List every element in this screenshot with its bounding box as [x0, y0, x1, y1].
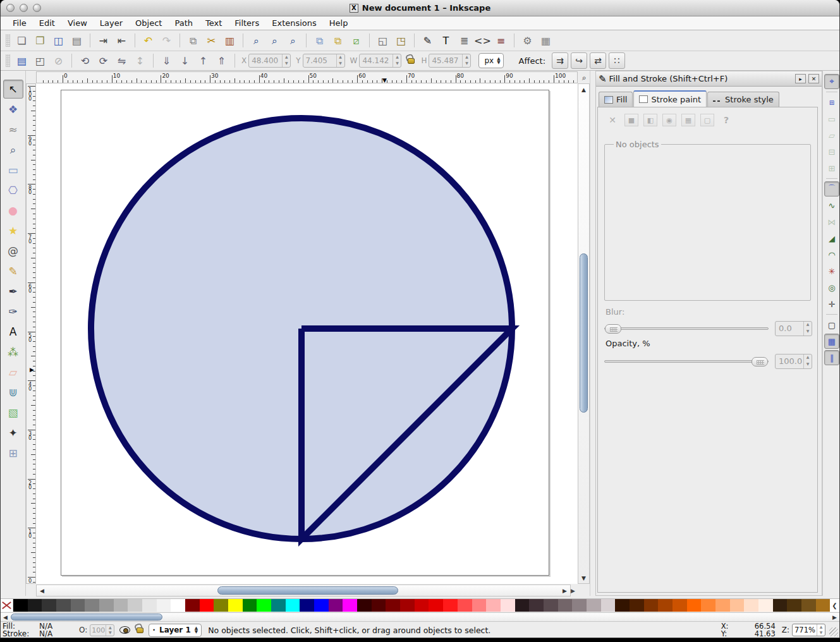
palette-swatch[interactable]: [701, 599, 715, 612]
snap-enable-button[interactable]: ⌖: [824, 74, 839, 89]
palette-swatch[interactable]: [142, 599, 157, 612]
window-resize-grip[interactable]: [829, 627, 838, 636]
palette-swatch[interactable]: [185, 599, 200, 612]
palette-swatch[interactable]: [601, 599, 616, 612]
zoom-selection-button[interactable]: ⌕: [248, 32, 265, 49]
w-field[interactable]: 44.142▲▼: [359, 54, 401, 68]
redo-button[interactable]: ↷: [158, 32, 175, 49]
flip-vertical-button[interactable]: ↕: [131, 52, 149, 69]
palette-swatch[interactable]: [758, 599, 773, 612]
snap-guides-button[interactable]: ∥: [824, 350, 839, 365]
new-document-button[interactable]: ❏: [13, 32, 30, 49]
affect-move-gradients-button[interactable]: ⇄: [590, 52, 606, 69]
palette-swatch[interactable]: [214, 599, 228, 612]
horizontal-ruler[interactable]: ▼ 0102030405060708090100: [36, 71, 578, 83]
palette-swatch[interactable]: [715, 599, 730, 612]
tool-zoom[interactable]: ⌕: [3, 140, 23, 159]
blur-slider-handle[interactable]: [605, 324, 621, 334]
palette-swatch[interactable]: [71, 599, 85, 612]
palette-swatch[interactable]: [314, 599, 329, 612]
snap-bbox-midpoints-button[interactable]: ⊟: [824, 144, 839, 159]
palette-swatch[interactable]: [658, 599, 673, 612]
palette-swatch[interactable]: [615, 599, 630, 612]
palette-swatch[interactable]: [257, 599, 271, 612]
object-opacity-spinbox[interactable]: 100▲▼: [90, 624, 114, 636]
menu-item[interactable]: File: [7, 17, 32, 29]
palette-swatch[interactable]: [687, 599, 702, 612]
palette-scrollbar[interactable]: ◀ ▶: [1, 612, 839, 622]
scroll-up-arrow[interactable]: ▲: [579, 85, 588, 94]
palette-swatch[interactable]: [644, 599, 659, 612]
menu-item[interactable]: Path: [169, 17, 198, 29]
save-document-button[interactable]: ◫: [50, 32, 67, 49]
palette-swatch[interactable]: [673, 599, 687, 612]
snap-grid-button[interactable]: ▦: [824, 334, 839, 349]
snap-nodes-button[interactable]: ⌒: [824, 181, 839, 197]
palette-swatch[interactable]: [572, 599, 587, 612]
palette-swatch[interactable]: [458, 599, 472, 612]
paint-unknown-button[interactable]: ?: [719, 114, 733, 126]
opacity-spinbox[interactable]: 100.0▲▼: [775, 354, 812, 369]
select-all-button[interactable]: ▤: [13, 52, 30, 69]
dialog-header[interactable]: ✎ Fill and Stroke (Shift+Ctrl+F) ▸ ✕: [596, 71, 822, 87]
snap-bbox-centers-button[interactable]: ⊞: [824, 160, 839, 176]
blur-slider[interactable]: [604, 327, 769, 330]
tab-fill[interactable]: Fill: [599, 92, 633, 107]
palette-swatch[interactable]: [28, 599, 42, 612]
raise-button[interactable]: ↑: [195, 52, 212, 69]
undo-button[interactable]: ↶: [140, 32, 157, 49]
affect-scale-corners-button[interactable]: ↪: [571, 52, 587, 69]
group-button[interactable]: ◱: [374, 32, 391, 49]
scroll-corner-arrow[interactable]: ▶: [571, 584, 578, 597]
palette-swatch[interactable]: [443, 599, 458, 612]
dock-resize-handle[interactable]: [590, 71, 595, 596]
layers-dialog-button[interactable]: ≣: [456, 32, 473, 49]
zoom-1-1-button[interactable]: ⌕: [578, 71, 590, 83]
x-field[interactable]: 48.400▲▼: [248, 54, 291, 68]
lower-button[interactable]: ↓: [176, 52, 193, 69]
minimize-button[interactable]: [20, 4, 28, 12]
zoom-page-button[interactable]: ⌕: [284, 32, 301, 49]
menu-item[interactable]: Layer: [94, 17, 128, 29]
palette-swatch[interactable]: [486, 599, 501, 612]
layer-lock-toggle[interactable]: [137, 627, 143, 633]
deselect-button[interactable]: ⊘: [50, 52, 67, 69]
tab-stroke-style[interactable]: Stroke style: [707, 92, 779, 107]
horizontal-scrollbar[interactable]: ◀ ▶: [36, 584, 571, 597]
opacity-slider[interactable]: [604, 360, 769, 363]
align-dialog-button[interactable]: ≡: [492, 32, 509, 49]
palette-swatch[interactable]: [472, 599, 487, 612]
import-button[interactable]: ⇥: [95, 32, 112, 49]
palette-swatch[interactable]: [286, 599, 300, 612]
palette-swatch[interactable]: [85, 599, 99, 612]
blur-spinbox[interactable]: 0.0▲▼: [775, 321, 812, 336]
zoom-window-button[interactable]: [33, 4, 41, 12]
menu-item[interactable]: Extensions: [266, 17, 322, 29]
ungroup-button[interactable]: ◳: [393, 32, 410, 49]
toolbar-grip[interactable]: [6, 54, 10, 67]
palette-swatch[interactable]: [801, 599, 816, 612]
toolbar-grip[interactable]: [6, 34, 10, 47]
palette-swatch[interactable]: [744, 599, 758, 612]
stroke-indicator-value[interactable]: N/A: [39, 630, 52, 638]
tool-star[interactable]: ★: [3, 221, 23, 240]
scroll-right-arrow[interactable]: ▶: [560, 586, 569, 595]
snap-path-intersections-button[interactable]: ⋈: [824, 214, 839, 229]
palette-swatch[interactable]: [816, 599, 831, 612]
lock-ratio-toggle[interactable]: [408, 58, 415, 64]
tool-paint-bucket[interactable]: ⋓: [3, 383, 23, 402]
tool-dropper[interactable]: ✦: [3, 423, 23, 442]
snap-bbox-button[interactable]: ⧈: [824, 95, 839, 110]
rotate-cw-button[interactable]: ⟳: [95, 52, 112, 69]
snap-midpoints-button[interactable]: ✳: [824, 263, 839, 279]
palette-swatch[interactable]: [630, 599, 644, 612]
snap-bbox-corners-button[interactable]: ▱: [824, 128, 839, 143]
palette-swatch[interactable]: [99, 599, 114, 612]
palette-swatch[interactable]: [515, 599, 530, 612]
snap-paths-button[interactable]: ∿: [824, 198, 839, 213]
layer-visibility-toggle[interactable]: [119, 626, 130, 634]
tool-spiral[interactable]: @: [3, 241, 23, 260]
text-dialog-button[interactable]: T: [437, 32, 454, 49]
palette-swatch[interactable]: [529, 599, 544, 612]
tool-selector[interactable]: ↖: [3, 80, 23, 99]
